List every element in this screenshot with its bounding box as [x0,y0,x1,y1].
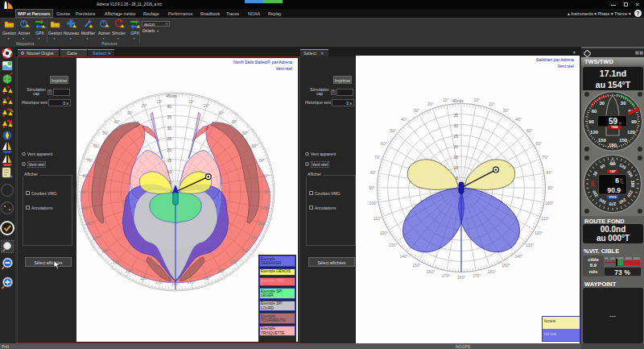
svg-text:100°: 100° [262,205,270,210]
svg-text:140°: 140° [514,254,522,259]
svg-text:100°: 100° [545,201,553,206]
svg-text:20°: 20° [204,103,210,108]
svg-text:70°: 70° [543,155,549,160]
svg-text:80°: 80° [262,173,269,178]
svg-text:270: 270 [609,202,617,206]
svg-text:120°: 120° [93,235,101,239]
svg-text:120: 120 [590,130,599,135]
svg-text:110°: 110° [541,216,549,221]
svg-text:10°: 10° [474,98,481,102]
svg-text:130°: 130° [101,248,109,253]
svg-text:30°: 30° [218,110,225,114]
svg-text:90.9: 90.9 [607,186,621,194]
svg-text:CAP: CAP [609,170,616,173]
svg-text:90°: 90° [547,185,554,190]
svg-text:150°: 150° [412,263,420,268]
svg-text:°C: °C [621,181,624,185]
svg-text:40°: 40° [114,119,120,124]
svg-text:20: 20 [453,144,458,149]
svg-text:80°: 80° [547,170,553,175]
svg-text:170°: 170° [473,273,481,278]
svg-text:10: 10 [167,168,171,173]
svg-text:50°: 50° [242,131,249,135]
svg-text:100°: 100° [369,201,378,206]
svg-text:40°: 40° [516,117,522,122]
svg-text:TWA: TWA [611,126,618,129]
svg-text:40nds: 40nds [452,98,464,103]
svg-text:20°: 20° [427,102,434,106]
svg-text:50°: 50° [390,128,396,133]
svg-text:30°: 30° [503,108,510,113]
svg-text:100°: 100° [81,205,89,210]
svg-text:130°: 130° [242,248,250,253]
svg-text:120°: 120° [535,231,543,235]
svg-text:160°: 160° [140,275,148,280]
svg-text:10°: 10° [157,99,163,104]
svg-text:130°: 130° [389,243,397,247]
svg-text:70°: 70° [87,158,93,163]
svg-text:5: 5 [169,180,171,185]
svg-text:20: 20 [167,147,171,152]
svg-text:15: 15 [453,155,458,160]
svg-text:170°: 170° [442,273,450,278]
svg-text:90°: 90° [81,189,88,194]
svg-text:110°: 110° [374,216,382,221]
svg-text:90°: 90° [264,189,270,194]
svg-text:80°: 80° [82,173,89,178]
svg-text:30°: 30° [126,110,133,114]
svg-text:90: 90 [631,119,637,124]
svg-text:180°: 180° [457,275,465,280]
svg-text:10°: 10° [443,98,449,102]
svg-text:59: 59 [609,117,618,126]
svg-text:50°: 50° [102,131,109,135]
svg-text:35: 35 [167,114,171,119]
svg-text:30: 30 [167,125,171,130]
svg-text:VIT.FD: VIT.FD [609,196,617,199]
svg-text:60°: 60° [381,141,387,146]
svg-text:90: 90 [610,161,615,166]
svg-text:70°: 70° [374,155,381,160]
svg-text:360: 360 [590,181,595,188]
svg-text:50°: 50° [526,128,533,133]
svg-text:25: 25 [167,136,171,141]
svg-text:180°: 180° [171,280,180,285]
svg-text:40°: 40° [401,117,407,122]
svg-text:180: 180 [630,181,635,188]
svg-text:160°: 160° [488,269,496,274]
svg-text:150: 150 [598,138,607,143]
svg-text:170°: 170° [188,279,196,284]
svg-text:10°: 10° [188,99,195,104]
svg-text:140°: 140° [400,254,408,259]
svg-text:150°: 150° [126,268,134,273]
svg-text:45nds: 45nds [166,93,177,98]
svg-text:10: 10 [453,165,458,170]
svg-text:40°: 40° [231,119,237,124]
svg-text:20°: 20° [489,102,495,106]
svg-text:130°: 130° [526,243,534,247]
svg-text:35: 35 [453,113,458,118]
svg-text:140°: 140° [113,259,121,264]
svg-text:15: 15 [167,158,171,163]
svg-text:120°: 120° [380,231,388,235]
svg-text:30: 30 [621,101,626,106]
svg-text:40: 40 [167,103,171,108]
svg-text:150°: 150° [502,263,510,268]
svg-text:140°: 140° [230,259,238,264]
svg-text:150: 150 [619,138,628,143]
svg-text:170°: 170° [155,279,163,284]
svg-text:60: 60 [592,109,597,114]
svg-text:110°: 110° [258,220,266,225]
svg-text:30: 30 [599,101,605,106]
svg-text:80°: 80° [370,170,377,175]
svg-text:110°: 110° [85,220,93,225]
svg-text:30°: 30° [414,108,420,113]
svg-text:150°: 150° [217,268,225,273]
svg-text:70°: 70° [258,158,265,163]
svg-text:60°: 60° [93,143,100,148]
svg-text:60°: 60° [252,143,258,148]
svg-text:30: 30 [453,123,458,128]
svg-text:5: 5 [456,176,458,181]
svg-text:90: 90 [588,119,594,124]
svg-text:6: 6 [615,177,619,185]
svg-text:120: 120 [627,130,636,135]
